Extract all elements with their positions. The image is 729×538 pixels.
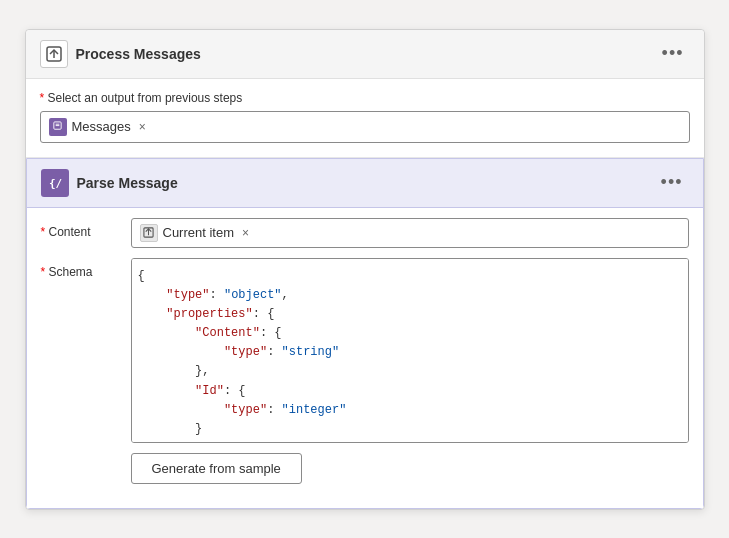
messages-tag-close[interactable]: × [139,120,146,134]
code-line-1: "type": "object", [138,286,682,305]
parse-message-header-left: {/} Parse Message [41,169,178,197]
schema-content: { "type": "object", "properties": { "Con… [131,258,689,484]
parse-message-title: Parse Message [77,175,178,191]
select-output-input[interactable]: Messages × [40,111,690,143]
content-input-area: Current item × [131,218,689,248]
content-label: Content [41,218,131,239]
current-item-text: Current item [163,225,235,240]
code-line-2: "properties": { [138,305,682,324]
messages-tag-icon [49,118,67,136]
main-container: Process Messages ••• Select an output fr… [25,29,705,510]
svg-text:{/}: {/} [49,177,63,190]
code-line-5: }, [138,362,682,381]
generate-from-sample-button[interactable]: Generate from sample [131,453,302,484]
code-line-4: "type": "string" [138,343,682,362]
content-tag-input[interactable]: Current item × [131,218,689,248]
code-line-0: { [138,267,682,286]
messages-tag-text: Messages [72,119,131,134]
schema-label: Schema [41,258,131,279]
schema-row: Schema { "type": "object", "properties":… [41,258,689,484]
process-messages-header: Process Messages ••• [26,30,704,79]
code-line-9: } [138,439,682,442]
loop-icon [40,40,68,68]
code-line-7: "type": "integer" [138,401,682,420]
parse-message-body: Content Current item [27,208,703,508]
process-messages-title: Process Messages [76,46,201,62]
parse-message-section: {/} Parse Message ••• Content [26,158,704,509]
parse-message-dots-button[interactable]: ••• [655,170,689,195]
current-item-close[interactable]: × [242,226,249,240]
current-item-tag: Current item × [140,224,250,242]
select-output-label: Select an output from previous steps [40,91,690,105]
current-item-icon [140,224,158,242]
content-row: Content Current item [41,218,689,248]
code-line-6: "Id": { [138,382,682,401]
code-line-3: "Content": { [138,324,682,343]
parse-message-header: {/} Parse Message ••• [27,159,703,208]
parse-json-icon: {/} [41,169,69,197]
messages-tag: Messages × [49,118,146,136]
select-output-section: Select an output from previous steps Mes… [26,79,704,158]
code-line-8: } [138,420,682,439]
process-messages-dots-button[interactable]: ••• [656,41,690,66]
process-messages-header-left: Process Messages [40,40,201,68]
schema-editor[interactable]: { "type": "object", "properties": { "Con… [131,258,689,443]
